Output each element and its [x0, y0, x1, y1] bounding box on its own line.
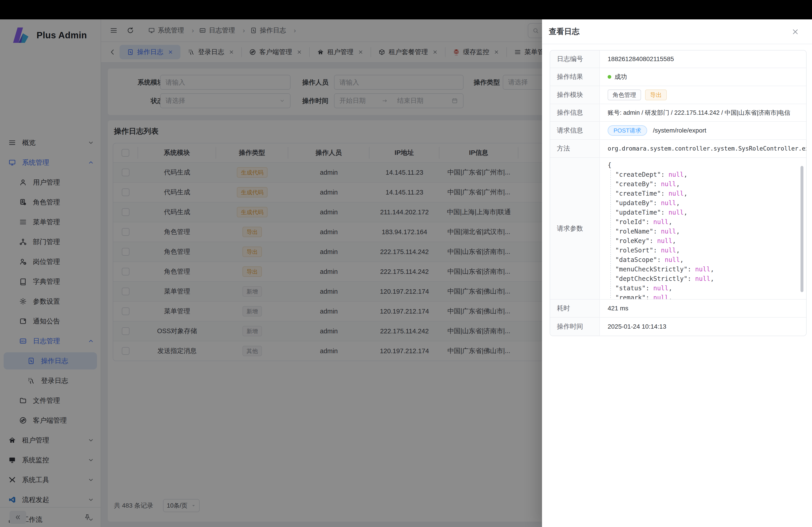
view-log-drawer: 查看日志 日志编号 1882612840802115585 操作结果 成功 操作… — [542, 19, 812, 527]
request-path: /system/role/export — [653, 127, 707, 134]
result-value: 成功 — [614, 73, 627, 81]
module-tag: 角色管理 — [608, 90, 641, 100]
detail-row-result: 操作结果 成功 — [550, 68, 806, 86]
operation-time-value: 2025-01-24 10:14:13 — [600, 318, 806, 336]
success-status-dot — [608, 75, 611, 79]
modal-overlay[interactable] — [0, 0, 542, 527]
json-line: "createDept": null, — [608, 170, 799, 179]
detail-row-module: 操作模块 角色管理 导出 — [550, 86, 806, 104]
json-line: "deptCheckStrictly": null, — [608, 274, 799, 284]
screen-letterbox — [0, 0, 812, 19]
indent-guide — [610, 170, 611, 298]
detail-row-params: 请求参数 { "createDept": null, "createBy": n… — [550, 158, 806, 300]
detail-row-duration: 耗时 421 ms — [550, 300, 806, 318]
log-detail-table: 日志编号 1882612840802115585 操作结果 成功 操作模块 角色… — [550, 50, 807, 336]
json-line: "createTime": null, — [608, 189, 799, 198]
json-line: "updateTime": null, — [608, 208, 799, 217]
drawer-header: 查看日志 — [542, 19, 812, 44]
code-scrollbar[interactable] — [800, 166, 803, 292]
json-line: "roleKey": null, — [608, 236, 799, 246]
json-line: "createBy": null, — [608, 179, 799, 189]
request-params-json: { "createDept": null, "createBy": null, … — [600, 158, 806, 299]
detail-row-log-id: 日志编号 1882612840802115585 — [550, 50, 806, 68]
detail-row-request: 请求信息 POST请求 /system/role/export — [550, 122, 806, 140]
action-tag: 导出 — [645, 90, 667, 100]
log-id-value: 1882612840802115585 — [600, 50, 806, 67]
json-line: "status": null, — [608, 284, 799, 293]
post-method-badge: POST请求 — [608, 125, 647, 136]
json-line: "roleId": null, — [608, 217, 799, 227]
json-line: "menuCheckStrictly": null, — [608, 265, 799, 274]
detail-row-time: 操作时间 2025-01-24 10:14:13 — [550, 318, 806, 336]
detail-row-method: 方法 org.dromara.system.controller.system.… — [550, 140, 806, 158]
json-line: "roleName": null, — [608, 227, 799, 236]
drawer-title: 查看日志 — [549, 26, 579, 37]
screen: Plus Admin 概览 系统管理 用户管理 角色管理 — [0, 0, 812, 527]
json-line: "dataScope": null, — [608, 255, 799, 265]
detail-row-info: 操作信息 账号: admin / 研发部门 / 222.175.114.242 … — [550, 104, 806, 122]
json-line: { — [608, 161, 799, 170]
json-line: "roleSort": null, — [608, 246, 799, 255]
json-line: "remark": null, — [608, 293, 799, 299]
close-icon[interactable] — [791, 28, 799, 36]
duration-value: 421 ms — [600, 300, 806, 317]
method-value: org.dromara.system.controller.system.Sys… — [600, 140, 806, 157]
operation-info-value: 账号: admin / 研发部门 / 222.175.114.242 / 中国|… — [600, 104, 806, 121]
json-line: "updateBy": null, — [608, 198, 799, 208]
